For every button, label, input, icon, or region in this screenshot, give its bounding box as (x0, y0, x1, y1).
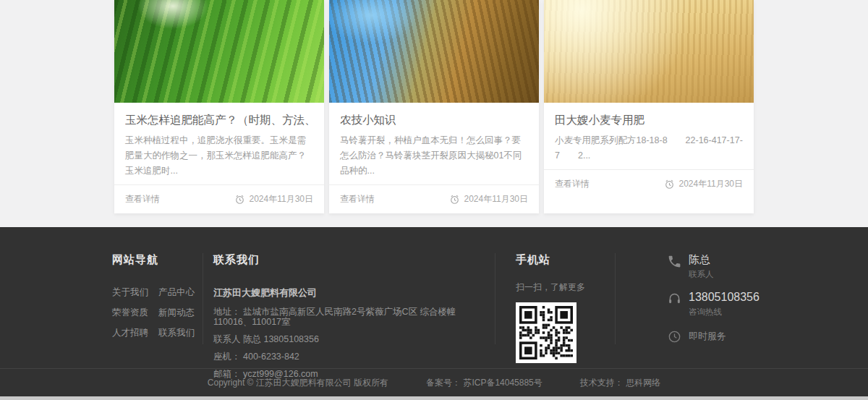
footer-column-divider (615, 253, 616, 344)
alarm-clock-icon (449, 194, 460, 205)
qr-scan-hint: 扫一扫，了解更多 (516, 281, 585, 294)
alarm-clock-icon (664, 179, 675, 190)
wheat-field-photo (544, 0, 754, 103)
quick-hotline: 13805108356 咨询热线 (667, 291, 760, 318)
card-excerpt: 玉米种植过程中，追肥浇水很重要。玉米是需肥量大的作物之一，那玉米怎样追肥能高产？… (125, 133, 313, 179)
footer-contact-column: 联系我们 江苏田大嫂肥料有限公司 地址： 盐城市盐南高新区人民南路2号紫薇广场C… (213, 253, 485, 379)
card-body: 玉米怎样追肥能高产？（时期、方法、次数、数量... 玉米种植过程中，追肥浇水很重… (114, 103, 324, 184)
nav-link-careers[interactable]: 人才招聘 (112, 327, 150, 339)
footer-nav-links: 关于我们 产品中心 荣誉资质 新闻动态 人才招聘 联系我们 (112, 286, 196, 339)
card-footer: 查看详情 2024年11月30日 (329, 184, 539, 213)
card-footer: 查看详情 2024年11月30日 (544, 169, 754, 198)
headset-icon (667, 292, 682, 307)
quick-contact-person: 陈总 联系人 (667, 253, 760, 280)
card-date-text: 2024年11月30日 (679, 178, 744, 190)
contact-person-name: 陈总 (689, 253, 714, 266)
card-date: 2024年11月30日 (449, 193, 529, 205)
card-excerpt: 马铃薯开裂，种植户血本无归！怎么回事？要怎么防治？马铃薯块茎开裂原因大揭秘01不… (340, 133, 528, 179)
company-address: 地址： 盐城市盐南高新区人民南路2号紫薇广场C区 综合楼幢110016、1100… (213, 307, 485, 327)
card-body: 田大嫂小麦专用肥 小麦专用肥系列配方18-18-8 22-16-417-17-7… (544, 103, 754, 169)
view-details-link[interactable]: 查看详情 (555, 178, 590, 190)
card-title: 农技小知识 (340, 112, 528, 128)
news-card[interactable]: 田大嫂小麦专用肥 小麦专用肥系列配方18-18-8 22-16-417-17-7… (544, 0, 754, 213)
news-card-list: 玉米怎样追肥能高产？（时期、方法、次数、数量... 玉米种植过程中，追肥浇水很重… (114, 0, 754, 213)
nav-link-about[interactable]: 关于我们 (112, 286, 150, 299)
footer-nav-column: 网站导航 关于我们 产品中心 荣誉资质 新闻动态 人才招聘 联系我们 (112, 253, 196, 339)
news-card[interactable]: 玉米怎样追肥能高产？（时期、方法、次数、数量... 玉米种植过程中，追肥浇水很重… (114, 0, 324, 213)
mobile-site-title: 手机站 (516, 253, 585, 267)
hotline-label: 咨询热线 (689, 307, 760, 318)
contact-person-line: 联系人 陈总 13805108356 (213, 334, 485, 344)
card-date-text: 2024年11月30日 (250, 193, 314, 205)
clock-icon (667, 329, 682, 344)
quick-hotline-texts: 13805108356 咨询热线 (689, 291, 760, 318)
tech-support-text: 技术支持： 思科网络 (580, 377, 660, 389)
nav-link-honors[interactable]: 荣誉资质 (112, 307, 150, 319)
qr-code-box (516, 302, 576, 363)
nav-link-contact[interactable]: 联系我们 (158, 327, 196, 339)
copyright-text: Copyright © 江苏田大嫂肥料有限公司 版权所有 (208, 377, 388, 389)
nav-link-news[interactable]: 新闻动态 (158, 307, 196, 319)
page-bottom-edge (0, 396, 868, 400)
icp-record-text: 备案号： 苏ICP备14045885号 (426, 377, 542, 389)
corn-field-photo (114, 0, 324, 103)
footer-quick-contact-column: 陈总 联系人 13805108356 咨询热线 即时服务 (667, 253, 760, 355)
contact-person-label: 联系人 (689, 269, 714, 280)
card-date: 2024年11月30日 (234, 193, 314, 205)
phone-icon (667, 254, 682, 269)
alarm-clock-icon (234, 194, 245, 205)
hotline-number: 13805108356 (689, 291, 760, 304)
footer-contact-title: 联系我们 (213, 253, 485, 267)
card-excerpt: 小麦专用肥系列配方18-18-8 22-16-417-17-7 2... (555, 133, 743, 163)
footer-column-divider (495, 253, 495, 344)
card-footer: 查看详情 2024年11月30日 (114, 184, 324, 213)
instant-service-label: 即时服务 (689, 328, 726, 344)
card-date-text: 2024年11月30日 (464, 193, 529, 205)
card-date: 2024年11月30日 (664, 178, 744, 190)
copyright-bar: Copyright © 江苏田大嫂肥料有限公司 版权所有 备案号： 苏ICP备1… (0, 368, 868, 396)
view-details-link[interactable]: 查看详情 (340, 193, 375, 205)
nav-link-products[interactable]: 产品中心 (158, 286, 196, 299)
footer-nav-title: 网站导航 (112, 253, 196, 267)
landline-line: 座机： 400-6233-842 (213, 352, 485, 362)
footer-column-divider (203, 253, 203, 344)
quick-contact-texts: 陈总 联系人 (689, 253, 714, 280)
view-details-link[interactable]: 查看详情 (125, 193, 160, 205)
qr-code (519, 306, 573, 359)
card-title: 田大嫂小麦专用肥 (555, 112, 743, 128)
site-footer: 网站导航 关于我们 产品中心 荣誉资质 新闻动态 人才招聘 联系我们 联系我们 … (0, 227, 868, 396)
news-card[interactable]: 农技小知识 马铃薯开裂，种植户血本无归！怎么回事？要怎么防治？马铃薯块茎开裂原因… (329, 0, 539, 213)
footer-mobile-column: 手机站 扫一扫，了解更多 (516, 253, 585, 363)
card-body: 农技小知识 马铃薯开裂，种植户血本无归！怎么回事？要怎么防治？马铃薯块茎开裂原因… (329, 103, 539, 184)
company-name: 江苏田大嫂肥料有限公司 (213, 286, 485, 299)
card-title: 玉米怎样追肥能高产？（时期、方法、次数、数量... (125, 112, 313, 128)
quick-service: 即时服务 (667, 328, 760, 344)
rice-field-photo (329, 0, 539, 103)
